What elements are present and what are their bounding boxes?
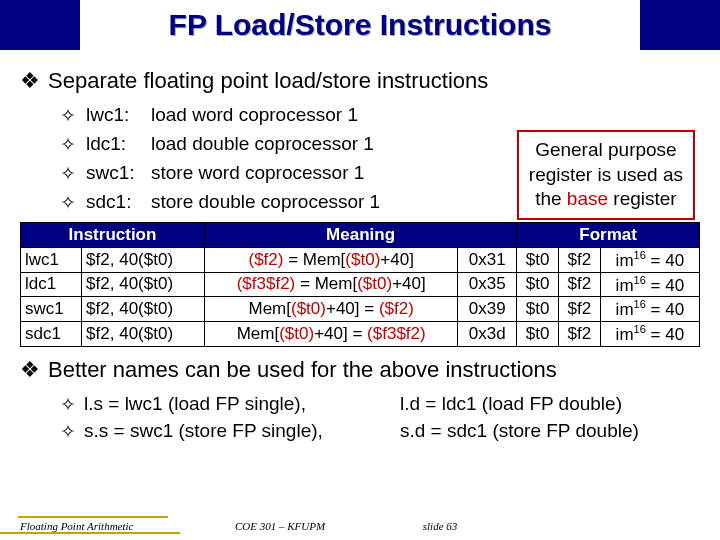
cell-meaning: ($f2) = Mem[($t0)+40] — [204, 248, 457, 273]
callout-line: register is used as — [529, 164, 683, 185]
alias-left: s.s = swc1 (store FP single), — [60, 420, 400, 443]
callout-box: General purpose register is used as the … — [517, 130, 695, 220]
cell-r1: $t0 — [517, 321, 559, 346]
cell-hex: 0x31 — [458, 248, 517, 273]
cell-r1: $t0 — [517, 248, 559, 273]
description: load word coprocessor 1 — [151, 104, 358, 127]
mnemonic: sdc1: — [86, 191, 151, 214]
cell-meaning: Mem[($t0)+40] = ($f3$f2) — [204, 321, 457, 346]
description: load double coprocessor 1 — [151, 133, 374, 156]
cell-imm: im16 = 40 — [600, 272, 699, 297]
mnemonic: lwc1: — [86, 104, 151, 127]
cell-r2: $f2 — [558, 297, 600, 322]
callout-line: register — [608, 188, 677, 209]
col-instruction: Instruction — [21, 223, 205, 248]
table-row: lwc1 $f2, 40($t0) ($f2) = Mem[($t0)+40] … — [21, 248, 700, 273]
cell-hex: 0x3d — [458, 321, 517, 346]
cell-op: swc1 — [21, 297, 82, 322]
content: Separate floating point load/store instr… — [0, 50, 720, 443]
description: store double coprocessor 1 — [151, 191, 380, 214]
footer-slide-number: slide 63 — [380, 520, 500, 534]
cell-meaning: ($f3$f2) = Mem[($t0)+40] — [204, 272, 457, 297]
cell-imm: im16 = 40 — [600, 321, 699, 346]
alias-row: l.s = lwc1 (load FP single), l.d = ldc1 … — [60, 393, 700, 416]
description: store word coprocessor 1 — [151, 162, 364, 185]
cell-args: $f2, 40($t0) — [82, 248, 205, 273]
cell-r1: $t0 — [517, 297, 559, 322]
cell-args: $f2, 40($t0) — [82, 272, 205, 297]
col-format: Format — [517, 223, 700, 248]
cell-hex: 0x35 — [458, 272, 517, 297]
footer-topic: Floating Point Arithmetic — [0, 520, 180, 534]
cell-r1: $t0 — [517, 272, 559, 297]
footer-accent-line — [18, 516, 168, 518]
alias-right: s.d = sdc1 (store FP double) — [400, 420, 639, 443]
col-meaning: Meaning — [204, 223, 516, 248]
table-row: ldc1 $f2, 40($t0) ($f3$f2) = Mem[($t0)+4… — [21, 272, 700, 297]
cell-r2: $f2 — [558, 248, 600, 273]
cell-op: ldc1 — [21, 272, 82, 297]
page-title: FP Load/Store Instructions — [80, 0, 640, 50]
footer-course: COE 301 – KFUPM — [180, 520, 380, 534]
instruction-table: Instruction Meaning Format lwc1 $f2, 40(… — [20, 222, 700, 347]
heading-bullet-1: Separate floating point load/store instr… — [20, 68, 700, 94]
mnemonic: swc1: — [86, 162, 151, 185]
callout-line: the — [535, 188, 567, 209]
cell-hex: 0x39 — [458, 297, 517, 322]
alias-right: l.d = ldc1 (load FP double) — [400, 393, 622, 416]
cell-op: sdc1 — [21, 321, 82, 346]
cell-imm: im16 = 40 — [600, 248, 699, 273]
title-bar: FP Load/Store Instructions — [0, 0, 720, 50]
cell-op: lwc1 — [21, 248, 82, 273]
alias-left: l.s = lwc1 (load FP single), — [60, 393, 400, 416]
mnemonic: ldc1: — [86, 133, 151, 156]
sub-item: lwc1:load word coprocessor 1 — [60, 104, 700, 127]
cell-args: $f2, 40($t0) — [82, 297, 205, 322]
cell-r2: $f2 — [558, 272, 600, 297]
heading-bullet-2: Better names can be used for the above i… — [20, 357, 700, 383]
callout-line: General purpose — [535, 139, 677, 160]
cell-imm: im16 = 40 — [600, 297, 699, 322]
table-row: sdc1 $f2, 40($t0) Mem[($t0)+40] = ($f3$f… — [21, 321, 700, 346]
footer: Floating Point Arithmetic COE 301 – KFUP… — [0, 520, 720, 534]
cell-r2: $f2 — [558, 321, 600, 346]
callout-base-word: base — [567, 188, 608, 209]
alias-row: s.s = swc1 (store FP single), s.d = sdc1… — [60, 420, 700, 443]
table-header-row: Instruction Meaning Format — [21, 223, 700, 248]
cell-args: $f2, 40($t0) — [82, 321, 205, 346]
table-row: swc1 $f2, 40($t0) Mem[($t0)+40] = ($f2) … — [21, 297, 700, 322]
cell-meaning: Mem[($t0)+40] = ($f2) — [204, 297, 457, 322]
